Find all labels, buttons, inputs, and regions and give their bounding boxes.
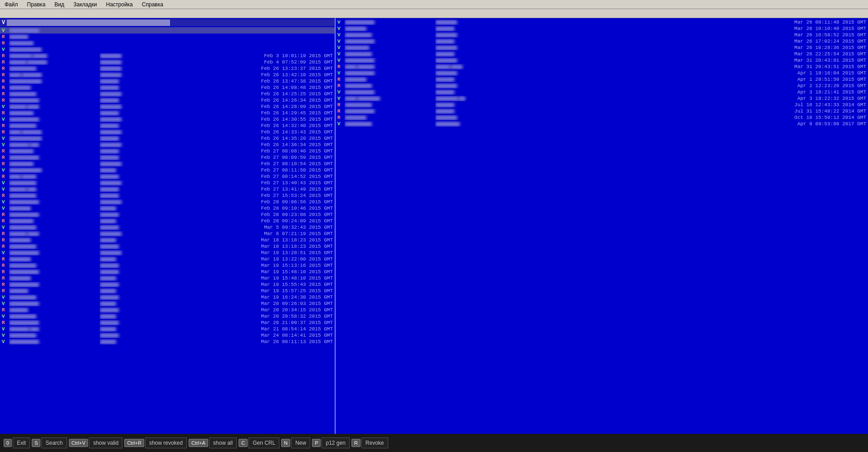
toolbar-label-exit[interactable]: Exit xyxy=(13,437,30,448)
right-cert-row[interactable]: V■■■■■■■■■■■■■■■■■■Mar 26 17:02:24 2015 … xyxy=(336,38,868,44)
cert-name: ■■■■ ■■■■■ xyxy=(9,174,100,179)
menu-settings[interactable]: Настройка xyxy=(103,1,136,8)
left-cert-row[interactable]: V■■■■■■■■■■■■■■■■■Mar 24 08:14:41 2015 G… xyxy=(0,332,335,339)
left-cert-row[interactable]: R■■■■■■■■■■■■■■■■■Feb 27 08:10:54 2015 G… xyxy=(0,161,335,167)
toolbar-label-search[interactable]: Search xyxy=(41,437,67,448)
menu-file[interactable]: Файл xyxy=(2,1,21,8)
toolbar-label-show-valid[interactable]: show valid xyxy=(89,437,122,448)
left-cert-row[interactable]: V■■■■■■ ■■■■■■■■■■Feb 27 13:41:49 2015 G… xyxy=(0,186,335,192)
right-cert-row[interactable]: V■■■■■■■■■■■■■■■■■■■Mar 31 20:43:01 2015… xyxy=(336,57,868,64)
left-cert-row[interactable]: V■■■■■■■■■■■■■■■■■Mar 26 08:11:13 2015 G… xyxy=(0,339,335,345)
left-cert-row[interactable]: R■■■■■■■■■■■■■■■■■Feb 27 15:53:24 2015 G… xyxy=(0,192,335,199)
toolbar-label-show-all[interactable]: show all xyxy=(209,437,237,448)
cert-date: Feb 4 07:52:09 2015 GMT xyxy=(181,59,333,65)
menu-edit[interactable]: Правка xyxy=(24,1,49,8)
cert-name: ■■■■■■■■■■■■ xyxy=(9,167,100,173)
toolbar-label-show-revoked[interactable]: show revoked xyxy=(145,437,187,448)
left-cert-row[interactable]: R■■■■■■■■■ xyxy=(0,40,335,46)
left-cert-row[interactable]: R■■■■■■■■■■■■■■■Feb 28 09:24:09 2015 GMT xyxy=(0,218,335,224)
left-cert-row[interactable]: R■■■■■■■■■■■■■■■■■Mar 19 15:13:16 2015 G… xyxy=(0,262,335,269)
left-cert-row[interactable]: V■■■■■■■■■■■■■■■■■Mar 5 09:32:43 2015 GM… xyxy=(0,224,335,231)
left-cert-row[interactable]: V■■■■■■■■■■■■■■■■■■■Mar 19 13:20:51 2015… xyxy=(0,250,335,256)
toolbar-label-revoke[interactable]: Revoke xyxy=(361,437,388,448)
left-cert-row[interactable]: V■■■■■■■■■■■■■■■■■■Feb 27 13:40:43 2015 … xyxy=(0,180,335,186)
left-cert-row[interactable]: V■■■■■■■■■■■■■■■■■■■Feb 28 09:06:56 2015… xyxy=(0,199,335,205)
cert-name: ■■■■■■■ xyxy=(9,34,100,39)
toolbar-label-p12-gen[interactable]: p12 gen xyxy=(322,437,349,448)
left-rows: V■■■■■■■■■■■R■■■■■■■R■■■■■■■■■V■■■■■■■■■… xyxy=(0,27,335,345)
left-cert-row[interactable]: V■■■■■■■■■■■■■■■■■Mar 20 09:26:03 2015 G… xyxy=(0,300,335,307)
left-cert-row[interactable]: R■■■■■■■■■■■■■■■■■■■Feb 26 13:47:38 2015… xyxy=(0,78,335,84)
right-cert-row[interactable]: V■■■■■■■■■■■■■■■■■■■Mar 26 08:11:48 2015… xyxy=(336,19,868,25)
left-cert-row[interactable]: R■■■■■■■■■■■■■■■■■Feb 26 14:32:40 2015 G… xyxy=(0,123,335,129)
menu-help[interactable]: Справка xyxy=(139,1,166,8)
cert-status: R xyxy=(2,218,8,224)
right-cert-row[interactable]: V■■■■■■■■■■■■■■■■■■Apr 3 18:21:41 2015 G… xyxy=(336,89,868,95)
right-cert-row[interactable]: V■■■■■■■■■■■■■■■■■■Mar 26 16:58:52 2015 … xyxy=(336,32,868,38)
toolbar-label-gen-crl[interactable]: Gen CRL xyxy=(249,437,279,448)
cert-name: ■■■■■■■■■■■ xyxy=(9,320,100,325)
cert-date: Feb 26 14:30:55 2015 GMT xyxy=(181,117,333,122)
left-cert-row[interactable]: V■■■■■■ ■■■■■■■■■■■■Feb 26 14:28:09 2015… xyxy=(0,103,335,110)
left-cert-row[interactable]: R■■■■■■■■■■■■■■■■■■Mar 20 21:00:37 2015 … xyxy=(0,319,335,326)
left-cert-row[interactable]: R■■■■■■■■■■■■■■Mar 20 20:34:15 2015 GMT xyxy=(0,307,335,313)
left-cert-row[interactable]: V■■■■■■■■■■■■■■Feb 28 09:10:46 2015 GMT xyxy=(0,205,335,211)
left-cert-row[interactable]: R■■■■ ■■■■■■■■■■■■Feb 27 08:14:52 2015 G… xyxy=(0,173,335,180)
menubar: Файл Правка Вид Закладки Настройка Справ… xyxy=(0,0,868,9)
cert-name: ■■■■■■■■ xyxy=(345,26,435,31)
right-cert-row[interactable]: R■■■■■■■■■■■■■■■■Oct 18 15:50:12 2014 GM… xyxy=(336,114,868,121)
left-cert-row[interactable]: R■■■■■■■■■■■■■■■■■Mar 18 13:18:23 2015 G… xyxy=(0,243,335,250)
right-cert-row[interactable]: V■■■■■■■■■■■■■■■■■■■Apr 9 09:53:09 2017 … xyxy=(336,121,868,127)
left-cert-row[interactable]: R■■■■■■■■■■■■■■Mar 19 15:48:10 2015 GMT xyxy=(0,275,335,281)
left-cert-row[interactable]: R■■■■■■■ xyxy=(0,34,335,40)
left-cert-row[interactable]: V■■■■■■■■■■■ xyxy=(0,27,335,34)
left-cert-row[interactable]: V■■■■■■■ ■■■■■■■■■Mar 21 08:54:14 2015 G… xyxy=(0,326,335,332)
left-cert-row[interactable]: R■■■■■■ ■■■■■■■■■■■■■■■Feb 4 07:52:09 20… xyxy=(0,59,335,65)
left-cert-row[interactable]: R■■■■ ■■■■■■■■■■■■■■■Feb 26 14:33:43 201… xyxy=(0,129,335,135)
right-cert-row[interactable]: R■■■■■■■■■■■■■■■■■Jul 16 12:43:33 2014 G… xyxy=(336,102,868,108)
left-cert-row[interactable]: R■■■■■■■■■■■■■Mar 19 15:57:25 2015 GMT xyxy=(0,288,335,294)
left-cert-row[interactable]: R■■■■■■■■■■■■■■■■Feb 27 08:08:40 2015 GM… xyxy=(0,148,335,154)
right-cert-row[interactable]: R■■■■■■■■■■■■■■■■■■Jul 31 15:48:22 2014 … xyxy=(336,108,868,114)
left-cert-row[interactable]: V■■■■■■■■■■■■■■■■■Mar 19 16:24:30 2015 G… xyxy=(0,294,335,300)
right-cert-row[interactable]: R■■■■■■■■■■■■■■■■■■Apr 2 12:23:20 2015 G… xyxy=(336,83,868,89)
left-cert-row[interactable]: R■■■■■■■■■■■■■■■■■■Feb 26 14:25:25 2015 … xyxy=(0,91,335,97)
cert-name: ■■■■■■■■■■ xyxy=(345,102,435,108)
toolbar-label-new[interactable]: New xyxy=(291,437,310,448)
cert-date: Mar 19 16:24:30 2015 GMT xyxy=(181,295,333,300)
left-cert-row[interactable]: R■■■■■■■■■■■■■■■■■■Mar 19 15:55:43 2015 … xyxy=(0,281,335,288)
right-cert-row[interactable]: V■■■■■■■■■■■■■■■■■Mar 26 18:28:36 2015 G… xyxy=(336,44,868,51)
left-cert-row[interactable]: R■■■■■■■■ ■■■■■■■■■■■■■Feb 3 10:01:19 20… xyxy=(0,53,335,59)
left-cert-row[interactable]: R■■■■■■■■■■■■■■■■■■Feb 28 09:23:08 2015 … xyxy=(0,211,335,218)
cert-status: V xyxy=(2,104,8,109)
left-cert-row[interactable]: R■■■■■■■■■■■■■■■■■■Feb 26 14:26:34 2015 … xyxy=(0,97,335,103)
left-cert-row[interactable]: R■■■■■■ ■■■■■■■■■■■■Mar 6 07:21:19 2015 … xyxy=(0,231,335,237)
left-cert-row[interactable]: V■■■■■■■■■■■■■■■■Mar 20 20:58:32 2015 GM… xyxy=(0,313,335,319)
menu-bookmarks[interactable]: Закладки xyxy=(71,1,100,8)
cert-date: Mar 26 08:11:13 2015 GMT xyxy=(181,339,333,344)
left-cert-row[interactable]: V■■■■■■■■■■■■ xyxy=(0,46,335,53)
right-cert-row[interactable]: R■■■■ ■■■■■■■■■■■ ■■■■Mar 31 20:43:51 20… xyxy=(336,64,868,70)
left-cert-row[interactable]: R■■■■ ■■■■■■■■■■■■■■■Feb 26 13:42:10 201… xyxy=(0,72,335,78)
search-input[interactable] xyxy=(7,20,170,26)
left-cert-row[interactable]: R■■■■■■■■■■■■■■■■Feb 26 14:29:45 2015 GM… xyxy=(0,110,335,116)
right-cert-row[interactable]: R■■■■■■■■■■■■■■■Apr 1 20:51:50 2015 GMT xyxy=(336,76,868,83)
left-cert-row[interactable]: R■■■■■■■■■■■■■■■■■■Feb 27 08:09:59 2015 … xyxy=(0,154,335,161)
left-cert-row[interactable]: R■■■■■■■■■■■■■■Mar 19 13:22:00 2015 GMT xyxy=(0,256,335,262)
right-cert-row[interactable]: V■■■■■■■■■■■■■■■Mar 26 10:10:40 2015 GMT xyxy=(336,25,868,32)
left-cert-row[interactable]: R■■■■■■■■■■■■■■Mar 18 13:18:23 2015 GMT xyxy=(0,237,335,243)
left-cert-row[interactable]: V■■■■■■■■■■■■■■■■■■Feb 27 08:11:50 2015 … xyxy=(0,167,335,173)
left-cert-row[interactable]: R■■■■■■■■■■■■■■■Feb 26 14:08:48 2015 GMT xyxy=(0,84,335,91)
right-cert-row[interactable]: V■■■■ ■■■■■■■■■■■■■■■■ ■■Apr 3 18:22:32 … xyxy=(336,95,868,102)
right-cert-row[interactable]: V■■■■■■■■■■■■■■■■■■■Apr 1 18:16:04 2015 … xyxy=(336,70,868,76)
menu-view[interactable]: Вид xyxy=(52,1,67,8)
left-cert-row[interactable]: V■■■■■■■ ■■■■■■■■■■■Feb 26 14:36:34 2015… xyxy=(0,142,335,148)
right-cert-row[interactable]: V■■■■■■■■■■■■■■■■■Mar 26 22:25:54 2015 G… xyxy=(336,51,868,57)
cert-status: V xyxy=(2,167,8,173)
left-cert-row[interactable]: R■■■■■■■■■■■■■■■■■■Mar 19 15:48:10 2015 … xyxy=(0,269,335,275)
left-cert-row[interactable]: V■■■■■■■■■■■■■■■■■■■Feb 26 14:30:55 2015… xyxy=(0,116,335,123)
cert-name: ■■■■■■■■■■■ xyxy=(9,117,100,122)
left-cert-row[interactable]: R■■■■■■■■■■■■■■■■■■Feb 26 13:23:37 2015 … xyxy=(0,65,335,72)
left-cert-row[interactable]: V■■■■■■■■■■■■■■■■■■■Feb 26 14:35:20 2015… xyxy=(0,135,335,142)
cert-name: ■■■■■■■■■■■ xyxy=(9,339,100,344)
